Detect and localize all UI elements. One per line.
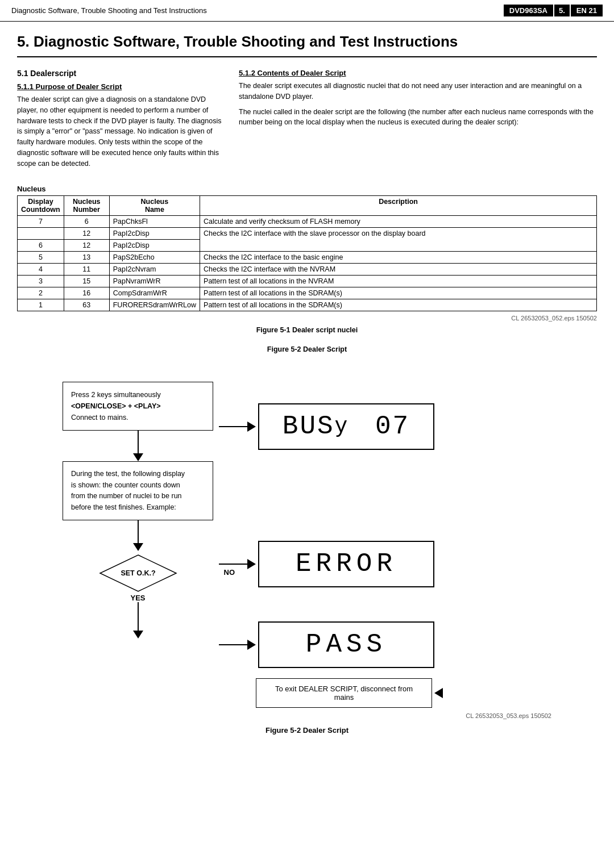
- right-column: 5.1.2 Contents of Dealer Script The deal…: [239, 69, 597, 173]
- td4: before the test finishes. Example:: [71, 503, 176, 511]
- th-desc: Description: [200, 196, 597, 216]
- diamond-svg2: SET O.K.?: [98, 554, 178, 592]
- nucleus-table: DisplayCountdown NucleusNumber NucleusNa…: [17, 195, 597, 311]
- start-t1: Press 2 keys simultaneously: [71, 391, 161, 399]
- la-exit: [434, 688, 443, 698]
- table-row: 163FURORERSdramWrRLowPattern test of all…: [18, 299, 597, 311]
- nucleus-label: Nucleus: [17, 185, 597, 193]
- ra-busy: [247, 422, 256, 432]
- two-column-layout: 5.1 Dealerscript 5.1.1 Purpose of Dealer…: [17, 69, 597, 173]
- table-row: 513PapS2bEchoChecks the I2C interface to…: [18, 252, 597, 264]
- left-column: 5.1 Dealerscript 5.1.1 Purpose of Dealer…: [17, 69, 222, 173]
- start-t3: Connect to mains.: [71, 414, 128, 422]
- exit-text2: To exit DEALER SCRIPT, disconnect from m…: [275, 685, 413, 702]
- figure1-caption: Figure 5-1 Dealer script nuclei: [17, 326, 597, 334]
- badge-model: DVD963SA: [504, 5, 553, 16]
- section-512-heading: 5.1.2 Contents of Dealer Script: [239, 69, 597, 77]
- da1: [133, 453, 143, 461]
- table-row: 76PapChksFlCalculate and verify checksum…: [18, 216, 597, 228]
- error-text-el: ERROR: [296, 549, 397, 579]
- start-box2: Press 2 keys simultaneously <OPEN/CLOSE>…: [63, 382, 213, 431]
- table-row: 216CompSdramWrRPattern test of all locat…: [18, 287, 597, 299]
- spacer-pass: [213, 587, 551, 621]
- no-label2: NO: [224, 568, 235, 577]
- table-row: 12PapI2cDispChecks the I2C interface wit…: [18, 228, 597, 240]
- hline-error: [219, 564, 247, 565]
- da3: [133, 631, 143, 639]
- spacer-error: [213, 450, 551, 541]
- vl3: [138, 602, 139, 631]
- pass-lcd: PASS: [258, 621, 434, 668]
- exit-box2: To exit DEALER SCRIPT, disconnect from m…: [256, 678, 432, 708]
- ra-error: [247, 559, 256, 569]
- section-511-para1: The dealer script can give a diagnosis o…: [17, 94, 222, 169]
- start-t2: <OPEN/CLOSE> + <PLAY>: [71, 402, 161, 410]
- da2: [133, 543, 143, 551]
- section-511-heading: 5.1.1 Purpose of Dealer Script: [17, 82, 222, 91]
- th-display: DisplayCountdown: [18, 196, 64, 216]
- td1: During the test, the following display: [71, 470, 185, 478]
- vl1: [138, 431, 139, 453]
- busy-lcd: BUSy 07: [258, 403, 434, 450]
- busy-row: BUSy 07: [219, 403, 551, 450]
- page-header: Diagnostic Software, Trouble Shooting an…: [0, 0, 614, 22]
- flowchart-clean: Press 2 keys simultaneously <OPEN/CLOSE>…: [0, 376, 614, 757]
- header-title: Diagnostic Software, Trouble Shooting an…: [11, 6, 504, 15]
- fig2-caption: Figure 5-2 Dealer Script: [17, 726, 597, 735]
- right-side: BUSy 07 ERROR: [213, 382, 551, 708]
- yes-label2: YES: [63, 594, 213, 602]
- td3: from the number of nuclei to be run: [71, 492, 182, 500]
- th-name: NucleusName: [109, 196, 200, 216]
- table-row: 411PapI2cNvramChecks the I2C interface w…: [18, 264, 597, 276]
- exit-row: To exit DEALER SCRIPT, disconnect from m…: [219, 678, 551, 708]
- hline-pass2: [219, 644, 247, 645]
- figure2-caption: Figure 5-2 Dealer Script: [17, 345, 597, 353]
- pass-text-el: PASS: [306, 630, 387, 660]
- chapter-title-text: Diagnostic Software, Trouble Shooting an…: [34, 33, 458, 50]
- flowchart-container: Press 2 keys simultaneously <OPEN/CLOSE>…: [63, 382, 551, 719]
- busy-text-el: BUSy: [283, 412, 350, 441]
- vl2: [138, 520, 139, 543]
- busy-num-el: 07: [375, 412, 410, 441]
- diamond-row: SET O.K.? NO: [63, 554, 213, 592]
- section-51-heading: 5.1 Dealerscript: [17, 69, 222, 78]
- main-content: 5. Diagnostic Software, Trouble Shooting…: [0, 22, 614, 376]
- start-col: Press 2 keys simultaneously <OPEN/CLOSE>…: [63, 382, 213, 639]
- test-desc2: During the test, the following display i…: [63, 461, 213, 520]
- error-row: ERROR: [219, 541, 551, 587]
- section-512-para1: The dealer script executes all diagnosti…: [239, 81, 597, 102]
- ra-pass: [247, 640, 256, 650]
- error-lcd: ERROR: [258, 541, 434, 587]
- svg-text:SET O.K.?: SET O.K.?: [121, 569, 155, 577]
- td2: is shown: the counter counts down: [71, 481, 180, 489]
- table-header-row: DisplayCountdown NucleusNumber NucleusNa…: [18, 196, 597, 216]
- th-number: NucleusNumber: [64, 196, 109, 216]
- badge-chapter: 5.: [553, 5, 570, 16]
- section-512-para2: The nuclei called in the dealer script a…: [239, 107, 597, 128]
- badge-lang: EN 21: [570, 5, 603, 16]
- chapter-title: 5. Diagnostic Software, Trouble Shooting…: [17, 33, 597, 57]
- top-row: Press 2 keys simultaneously <OPEN/CLOSE>…: [63, 382, 551, 708]
- header-badge: DVD963SA 5. EN 21: [504, 5, 603, 16]
- table-row: 315PapNvramWrRPattern test of all locati…: [18, 276, 597, 287]
- nucleus-section: Nucleus DisplayCountdown NucleusNumber N…: [17, 185, 597, 322]
- chapter-number: 5.: [17, 33, 30, 50]
- cl-caption2: CL 26532053_053.eps 150502: [63, 712, 551, 719]
- pass-row: PASS: [219, 621, 551, 668]
- table-caption: CL 26532053_052.eps 150502: [17, 315, 597, 322]
- hline-busy: [219, 426, 247, 427]
